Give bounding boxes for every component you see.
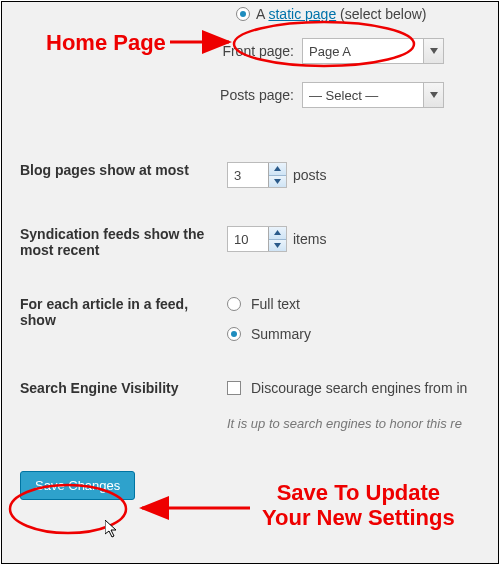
syndication-input[interactable]: 10	[227, 226, 287, 252]
front-page-displays-static-option: A static page (select below)	[2, 4, 498, 34]
sev-hint: It is up to search engines to honor this…	[227, 402, 462, 431]
dropdown-arrow-icon	[423, 83, 443, 107]
spinner-up-icon[interactable]	[269, 227, 286, 240]
sev-checkbox[interactable]	[227, 381, 241, 395]
blog-pages-label: Blog pages show at most	[2, 162, 227, 178]
svg-marker-5	[274, 243, 281, 248]
sev-row: Search Engine Visibility Discourage sear…	[2, 372, 498, 439]
static-page-link[interactable]: static page	[268, 6, 336, 22]
spinner-down-icon[interactable]	[269, 176, 286, 188]
posts-page-select[interactable]: — Select —	[302, 82, 444, 108]
feed-full-text-option[interactable]: Full text	[227, 296, 311, 312]
svg-marker-4	[274, 230, 281, 235]
feed-summary-option[interactable]: Summary	[227, 326, 311, 342]
front-page-row: Front page: Page A	[2, 34, 498, 68]
front-page-label: Front page:	[2, 43, 302, 59]
blog-pages-row: Blog pages show at most 3 posts	[2, 154, 498, 196]
feed-full-text-label: Full text	[251, 296, 300, 312]
cursor-icon	[105, 520, 121, 543]
svg-marker-1	[430, 92, 438, 98]
svg-marker-11	[105, 520, 116, 537]
syndication-label: Syndication feeds show the most recent	[2, 226, 227, 258]
feed-show-label: For each article in a feed, show	[2, 296, 227, 328]
syndication-value: 10	[228, 227, 268, 251]
front-page-select[interactable]: Page A	[302, 38, 444, 64]
spinner-up-icon[interactable]	[269, 163, 286, 176]
static-page-suffix: (select below)	[336, 6, 426, 22]
posts-page-value: — Select —	[303, 83, 423, 107]
posts-page-row: Posts page: — Select —	[2, 78, 498, 112]
blog-pages-input[interactable]: 3	[227, 162, 287, 188]
front-page-value: Page A	[303, 39, 423, 63]
radio-summary[interactable]	[227, 327, 241, 341]
sev-label: Search Engine Visibility	[2, 380, 227, 396]
svg-marker-3	[274, 179, 281, 184]
svg-marker-2	[274, 166, 281, 171]
blog-pages-value: 3	[228, 163, 268, 187]
radio-static-page[interactable]	[236, 7, 250, 21]
radio-full-text[interactable]	[227, 297, 241, 311]
save-changes-button[interactable]: Save Changes	[20, 471, 135, 500]
syndication-unit: items	[293, 231, 326, 247]
spinner-down-icon[interactable]	[269, 240, 286, 252]
svg-marker-0	[430, 48, 438, 54]
feed-show-row: For each article in a feed, show Full te…	[2, 288, 498, 350]
static-page-prefix: A	[256, 6, 268, 22]
syndication-row: Syndication feeds show the most recent 1…	[2, 218, 498, 266]
blog-pages-unit: posts	[293, 167, 326, 183]
posts-page-label: Posts page:	[2, 87, 302, 103]
dropdown-arrow-icon	[423, 39, 443, 63]
feed-summary-label: Summary	[251, 326, 311, 342]
sev-checkbox-label: Discourage search engines from in	[251, 380, 467, 396]
